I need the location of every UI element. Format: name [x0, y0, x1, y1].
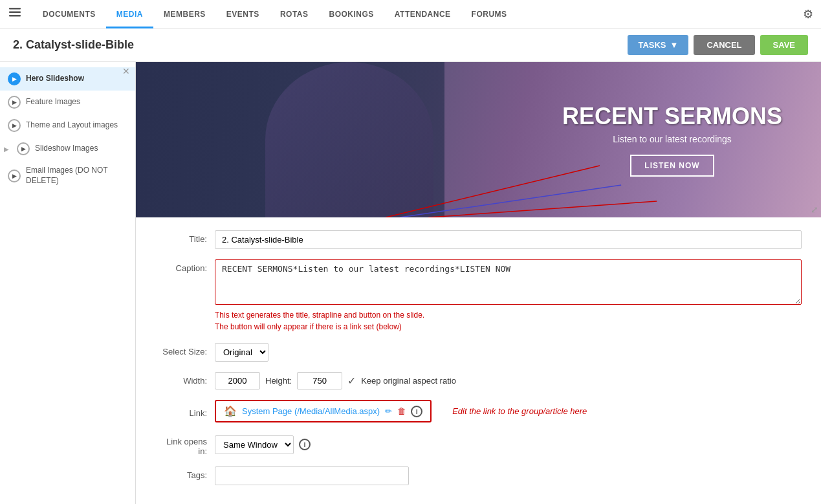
link-opens-row-inner: Same Window i [215, 435, 802, 454]
preview-overlay: RECENT SERMONS Listen to our latest reco… [562, 103, 782, 177]
page-title: 2. Catalyst-slide-Bible [13, 38, 134, 52]
sidebar-item-icon: ▶ [8, 72, 21, 85]
select-size-label: Select Size: [155, 343, 207, 356]
caption-control: RECENT SERMONS*Listen to our latest reco… [215, 259, 802, 333]
title-input[interactable] [215, 230, 802, 249]
link-opens-select[interactable]: Same Window [215, 435, 294, 454]
link-opens-row: Link opens in: Same Window i [155, 433, 802, 456]
tags-label: Tags: [155, 466, 207, 480]
link-info-icon[interactable]: i [411, 406, 422, 417]
height-input[interactable] [297, 372, 342, 389]
caption-hint: This text generates the title, strapline… [215, 309, 802, 333]
tab-events[interactable]: EVENTS [216, 0, 270, 28]
link-opens-control: Same Window i [215, 435, 802, 454]
tab-rotas[interactable]: ROTAS [270, 0, 319, 28]
header-actions: TASKS ▼ CANCEL SAVE [628, 35, 808, 55]
content-area: RECENT SERMONS Listen to our latest reco… [136, 62, 821, 504]
link-opens-info-icon[interactable]: i [299, 439, 311, 450]
header-bar: 2. Catalyst-slide-Bible TASKS ▼ CANCEL S… [0, 28, 821, 62]
top-nav: DOCUMENTS MEDIA MEMBERS EVENTS ROTAS BOO… [0, 0, 821, 28]
caption-label: Caption: [155, 259, 207, 273]
sidebar-item-icon: ▶ [8, 96, 21, 109]
tags-input[interactable] [215, 466, 409, 485]
tab-documents[interactable]: DOCUMENTS [32, 0, 106, 28]
dimensions-control: Height: ✓ Keep original aspect ratio [215, 372, 802, 389]
main-layout: ✕ ▶ Hero Slideshow ▶ Feature Images ▶ Th… [0, 62, 821, 504]
sidebar-item-slideshow-images[interactable]: ▶ ▶ Slideshow Images [0, 137, 135, 160]
link-box: 🏠 System Page (/Media/AllMedia.aspx) ✏ 🗑… [215, 400, 432, 422]
link-text: System Page (/Media/AllMedia.aspx) [242, 406, 380, 416]
nav-icon [8, 5, 22, 23]
link-label: Link: [155, 404, 207, 418]
sidebar-item-hero-slideshow[interactable]: ▶ Hero Slideshow [0, 67, 135, 91]
link-hint: Edit the link to the group/article here [452, 406, 587, 416]
size-row: Height: ✓ Keep original aspect ratio [215, 372, 802, 389]
house-icon: 🏠 [224, 405, 237, 417]
tab-attendance[interactable]: ATTENDANCE [384, 0, 461, 28]
sidebar-item-icon: ▶ [8, 170, 21, 182]
sidebar-item-feature-images[interactable]: ▶ Feature Images [0, 91, 135, 114]
sidebar-item-email-images[interactable]: ▶ Email Images (DO NOT DELETE) [0, 160, 135, 191]
cancel-button[interactable]: CANCEL [694, 35, 754, 55]
slideshow-preview: RECENT SERMONS Listen to our latest reco… [136, 62, 821, 217]
sidebar-item-label: Feature Images [26, 97, 80, 107]
edit-link-icon[interactable]: ✏ [385, 406, 392, 416]
select-size-row: Select Size: Original [155, 343, 802, 362]
sidebar-item-label: Hero Slideshow [26, 74, 84, 84]
height-label: Height: [265, 376, 292, 386]
svg-rect-0 [9, 8, 21, 10]
nav-tabs: DOCUMENTS MEDIA MEMBERS EVENTS ROTAS BOO… [32, 0, 803, 28]
expand-arrow-icon: ▶ [4, 146, 9, 153]
tasks-button[interactable]: TASKS ▼ [628, 35, 688, 55]
preview-title: RECENT SERMONS [562, 103, 782, 130]
preview-listen-button[interactable]: LISTEN NOW [630, 155, 714, 177]
tab-media[interactable]: MEDIA [106, 0, 153, 28]
preview-subtitle: Listen to our latest recordings [562, 134, 782, 144]
width-label: Width: [155, 372, 207, 386]
title-row: Title: [155, 230, 802, 249]
svg-rect-1 [9, 12, 21, 14]
form-area: Title: Caption: RECENT SERMONS*Listen to… [136, 217, 821, 504]
gear-icon[interactable]: ⚙ [803, 7, 813, 21]
tab-forums[interactable]: FORUMS [461, 0, 518, 28]
delete-link-icon[interactable]: 🗑 [397, 406, 406, 416]
caption-textarea[interactable]: RECENT SERMONS*Listen to our latest reco… [215, 259, 802, 305]
sidebar-item-label: Theme and Layout images [26, 120, 118, 131]
sidebar-item-icon: ▶ [8, 119, 21, 132]
title-control [215, 230, 802, 249]
expand-icon[interactable]: ⤢ [811, 204, 818, 215]
sidebar-item-theme-layout[interactable]: ▶ Theme and Layout images [0, 114, 135, 137]
caption-row: Caption: RECENT SERMONS*Listen to our la… [155, 259, 802, 333]
link-control: 🏠 System Page (/Media/AllMedia.aspx) ✏ 🗑… [215, 400, 802, 422]
link-row: Link: 🏠 System Page (/Media/AllMedia.asp… [155, 400, 802, 422]
svg-rect-2 [9, 15, 21, 17]
chevron-down-icon: ▼ [670, 40, 679, 50]
save-button[interactable]: SAVE [760, 35, 808, 55]
title-label: Title: [155, 230, 207, 244]
select-size-control: Original [215, 343, 802, 362]
link-opens-label: Link opens in: [155, 433, 207, 456]
tags-control [215, 466, 802, 485]
checkmark-icon: ✓ [347, 375, 356, 387]
sidebar: ✕ ▶ Hero Slideshow ▶ Feature Images ▶ Th… [0, 62, 136, 504]
aspect-ratio-label: Keep original aspect ratio [361, 376, 456, 386]
size-select[interactable]: Original [215, 343, 268, 362]
close-icon[interactable]: ✕ [122, 66, 130, 76]
tags-row: Tags: [155, 466, 802, 485]
sidebar-item-label: Email Images (DO NOT DELETE) [26, 166, 127, 186]
dimensions-row: Width: Height: ✓ Keep original aspect ra… [155, 372, 802, 389]
tab-bookings[interactable]: BOOKINGS [318, 0, 384, 28]
tab-members[interactable]: MEMBERS [153, 0, 216, 28]
sidebar-item-icon: ▶ [17, 142, 30, 155]
content-inner: RECENT SERMONS Listen to our latest reco… [136, 62, 821, 504]
width-input[interactable] [215, 372, 260, 389]
sidebar-item-label: Slideshow Images [35, 144, 98, 154]
